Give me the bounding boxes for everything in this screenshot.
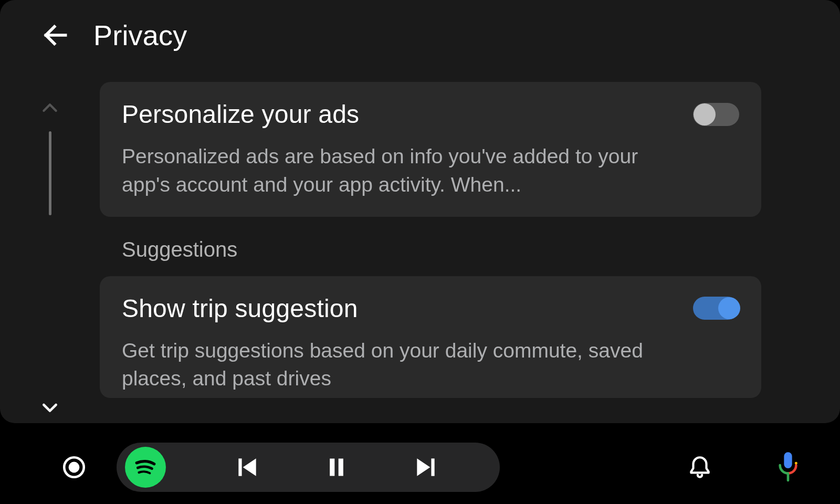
pause-icon: [325, 454, 348, 481]
svg-point-7: [795, 462, 797, 465]
previous-track-button[interactable]: [203, 454, 292, 480]
svg-rect-5: [431, 458, 434, 476]
section-header-suggestions: Suggestions: [122, 238, 761, 261]
circle-outline-icon: [61, 454, 87, 480]
chevron-up-icon: [39, 98, 60, 119]
bell-icon: [687, 454, 713, 480]
svg-rect-2: [238, 458, 242, 476]
media-app-button[interactable]: [125, 447, 166, 488]
toggle-thumb-icon: [694, 103, 716, 125]
scroll-up-button[interactable]: [38, 97, 61, 120]
media-controls-pill: [117, 443, 500, 492]
scroll-track-icon: [49, 131, 51, 215]
page-title: Privacy: [93, 19, 187, 51]
arrow-left-icon: [41, 20, 70, 50]
settings-list: Personalize your ads Personalized ads ar…: [100, 82, 840, 419]
content: Personalize your ads Personalized ads ar…: [0, 70, 840, 419]
svg-rect-4: [339, 459, 343, 476]
play-pause-button[interactable]: [292, 454, 381, 481]
svg-point-1: [69, 462, 80, 473]
toggle-personalize-ads[interactable]: [693, 103, 739, 126]
scroll-down-button[interactable]: [38, 396, 61, 419]
toggle-thumb-icon: [718, 297, 740, 319]
spotify-icon: [132, 454, 159, 480]
setting-personalize-ads[interactable]: Personalize your ads Personalized ads ar…: [100, 82, 761, 217]
voice-assistant-button[interactable]: [773, 452, 803, 482]
setting-title: Show trip suggestion: [122, 294, 358, 323]
svg-rect-3: [330, 459, 334, 476]
toggle-trip-suggestion[interactable]: [693, 297, 739, 320]
setting-show-trip-suggestion[interactable]: Show trip suggestion Get trip suggestion…: [100, 276, 761, 398]
back-button[interactable]: [41, 20, 70, 50]
skip-previous-icon: [234, 454, 260, 480]
setting-description: Personalized ads are based on info you'v…: [122, 142, 647, 199]
scroll-indicator: [0, 82, 100, 419]
header: Privacy: [0, 0, 840, 70]
settings-panel: Privacy Personalize your ads: [0, 0, 840, 423]
setting-title: Personalize your ads: [122, 100, 359, 129]
google-mic-icon: [776, 451, 800, 484]
chevron-down-icon: [39, 397, 60, 418]
svg-rect-6: [784, 452, 792, 468]
status-icons: [685, 452, 840, 482]
skip-next-icon: [413, 454, 439, 480]
launcher-button[interactable]: [61, 454, 87, 480]
setting-description: Get trip suggestions based on your daily…: [122, 337, 647, 393]
next-track-button[interactable]: [381, 454, 470, 480]
system-bar: [0, 430, 840, 504]
notifications-button[interactable]: [685, 452, 715, 482]
